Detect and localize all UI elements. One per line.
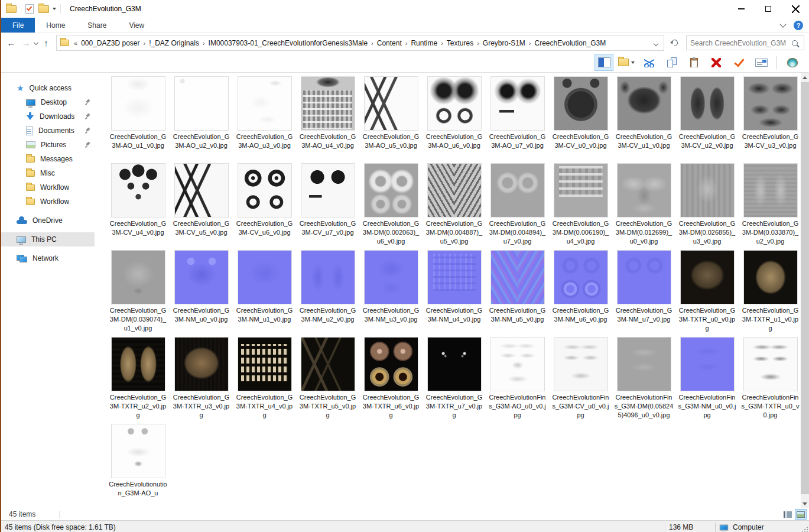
forward-button[interactable]: →: [20, 36, 33, 50]
file-item[interactable]: CreechEvolution_G3M-TXTR_u5_v0.jpg: [296, 338, 359, 424]
file-item[interactable]: CreechEvolution_G3M-NM_u2_v0.jpg: [296, 251, 359, 338]
file-item[interactable]: CreechEvolutionFins_G3M-CV_u0_v0.jpg: [549, 338, 612, 424]
tab-home[interactable]: Home: [35, 18, 76, 33]
sidebar-item-pictures[interactable]: Pictures: [1, 138, 95, 152]
recent-locations-dropdown-icon[interactable]: [34, 40, 38, 44]
file-item[interactable]: CreechEvolutionFins_G3M-AO_u0_v0.jpg: [486, 338, 549, 424]
file-item[interactable]: CreechEvolution_G3M-NM_u1_v0.jpg: [233, 251, 296, 338]
file-item[interactable]: CreechEvolution_G3M-CV_u6_v0.jpg: [233, 164, 296, 251]
tab-view[interactable]: View: [118, 18, 155, 33]
shell-button[interactable]: [783, 54, 802, 71]
minimize-button[interactable]: [727, 0, 755, 18]
sidebar-item-onedrive[interactable]: OneDrive: [1, 213, 95, 228]
file-item[interactable]: CreechEvolution_G3M-DM(0.033870)_u2_v0.j…: [739, 164, 802, 251]
file-item[interactable]: CreechEvolution_G3M-CV_u4_v0.jpg: [106, 164, 170, 251]
preview-pane-button[interactable]: [594, 54, 613, 71]
file-item[interactable]: CreechEvolution_G3M-CV_u7_v0.jpg: [296, 164, 359, 251]
file-item[interactable]: CreechEvolution_G3M-DM(0.004887)_u5_v0.j…: [423, 164, 486, 251]
details-view-button[interactable]: [782, 509, 794, 520]
sidebar-item-messages[interactable]: Messages: [1, 152, 95, 166]
ribbon-expand-icon[interactable]: [779, 21, 786, 27]
file-item[interactable]: CreechEvolution_G3M-CV_u2_v0.jpg: [675, 77, 739, 164]
vertical-scrollbar[interactable]: [801, 73, 809, 508]
sidebar-item-misc[interactable]: Misc: [1, 166, 95, 180]
file-item[interactable]: CreechEvolutionution_G3M-AO_u: [106, 424, 170, 508]
file-item[interactable]: CreechEvolution_G3M-DM(0.004894)_u7_v0.j…: [486, 164, 549, 251]
new-folder-qat-icon[interactable]: [38, 5, 49, 13]
breadcrumb-segment[interactable]: 000_DAZ3D poser: [78, 39, 142, 47]
file-item[interactable]: CreechEvolution_G3M-TXTR_u1_v0.jpg: [739, 251, 802, 338]
confirm-button[interactable]: [729, 54, 748, 71]
breadcrumb-segment[interactable]: IM00037903-01_CreechEvolutionforGenesis3…: [206, 39, 371, 47]
file-item[interactable]: CreechEvolution_G3M-AO_u6_v0.jpg: [423, 77, 486, 164]
file-item[interactable]: CreechEvolution_G3M-CV_u0_v0.jpg: [549, 77, 612, 164]
refresh-button[interactable]: [668, 36, 681, 50]
file-item[interactable]: CreechEvolution_G3M-AO_u2_v0.jpg: [170, 77, 233, 164]
paste-button[interactable]: [684, 54, 703, 71]
file-item[interactable]: CreechEvolutionFins_G3M-DM(0.058245)4096…: [612, 338, 675, 424]
search-input[interactable]: [687, 39, 792, 47]
file-item[interactable]: CreechEvolution_G3M-TXTR_u0_v0.jpg: [675, 251, 739, 338]
breadcrumb-segment[interactable]: !_DAZ Originals: [146, 39, 202, 47]
file-item[interactable]: CreechEvolution_G3M-TXTR_u2_v0.jpg: [106, 338, 170, 424]
address-dropdown-icon[interactable]: [654, 41, 658, 46]
breadcrumb-overflow-icon[interactable]: «: [73, 40, 78, 47]
file-item[interactable]: CreechEvolution_G3M-NM_u0_v0.jpg: [170, 251, 233, 338]
help-icon[interactable]: [794, 21, 803, 30]
file-item[interactable]: CreechEvolution_G3M-TXTR_u7_v0.jpg: [423, 338, 486, 424]
qat-customize-dropdown-icon[interactable]: [53, 8, 56, 10]
new-folder-button[interactable]: [617, 54, 636, 71]
breadcrumb-segment[interactable]: CreechEvolution_G3M: [532, 39, 609, 47]
file-item[interactable]: CreechEvolutionFins_G3M-NM_u0_v0.jpg: [675, 338, 739, 424]
file-item[interactable]: CreechEvolution_G3M-AO_u3_v0.jpg: [233, 77, 296, 164]
tab-share[interactable]: Share: [76, 18, 118, 33]
file-item[interactable]: CreechEvolution_G3M-DM(0.026855)_u3_v0.j…: [675, 164, 739, 251]
file-item[interactable]: CreechEvolution_G3M-TXTR_u4_v0.jpg: [233, 338, 296, 424]
thumbnail-view-button[interactable]: [795, 509, 807, 520]
maximize-button[interactable]: [755, 0, 782, 18]
file-item[interactable]: CreechEvolution_G3M-DM(0.039074)_u1_v0.j…: [106, 251, 170, 338]
resize-grip[interactable]: [801, 526, 808, 532]
file-item[interactable]: CreechEvolution_G3M-TXTR_u3_v0.jpg: [170, 338, 233, 424]
sidebar-item-this-pc[interactable]: This PC: [1, 232, 95, 246]
file-item[interactable]: CreechEvolution_G3M-NM_u3_v0.jpg: [359, 251, 423, 338]
file-item[interactable]: CreechEvolution_G3M-AO_u1_v0.jpg: [106, 77, 170, 164]
file-item[interactable]: CreechEvolution_G3M-CV_u5_v0.jpg: [170, 164, 233, 251]
sidebar-item-desktop[interactable]: Desktop: [1, 95, 95, 109]
scroll-up-button[interactable]: [801, 73, 809, 82]
sidebar-item-downloads[interactable]: Downloads: [1, 109, 95, 124]
address-bar[interactable]: «000_DAZ3D poser›!_DAZ Originals›IM00037…: [56, 35, 664, 51]
file-item[interactable]: CreechEvolution_G3M-NM_u4_v0.jpg: [423, 251, 486, 338]
breadcrumb-segment[interactable]: Greybro-S1M: [480, 39, 528, 47]
file-item[interactable]: CreechEvolution_G3M-DM(0.006190)_u4_v0.j…: [549, 164, 612, 251]
cut-button[interactable]: [639, 54, 658, 71]
back-button[interactable]: ←: [5, 36, 18, 50]
file-item[interactable]: CreechEvolution_G3M-DM(0.002063)_u6_v0.j…: [359, 164, 423, 251]
properties-qat-icon[interactable]: [25, 4, 34, 14]
file-item[interactable]: CreechEvolution_G3M-AO_u4_v0.jpg: [296, 77, 359, 164]
sidebar-item-workflow[interactable]: Workflow: [1, 180, 95, 194]
breadcrumb-segment[interactable]: Textures: [444, 39, 476, 47]
delete-button[interactable]: [707, 54, 726, 71]
sidebar-item-workflow[interactable]: Workflow: [1, 194, 95, 209]
sidebar-item-network[interactable]: Network: [1, 251, 95, 265]
file-item[interactable]: CreechEvolutionFins_G3M-TXTR_u0_v0.jpg: [739, 338, 802, 424]
sidebar-item-quick-access[interactable]: ★Quick access: [1, 81, 95, 95]
breadcrumb-segment[interactable]: Content: [374, 39, 405, 47]
close-button[interactable]: [782, 0, 809, 18]
file-item[interactable]: CreechEvolution_G3M-NM_u6_v0.jpg: [549, 251, 612, 338]
file-item[interactable]: CreechEvolution_G3M-NM_u7_v0.jpg: [612, 251, 675, 338]
rename-button[interactable]: [752, 54, 771, 71]
file-item[interactable]: CreechEvolution_G3M-AO_u5_v0.jpg: [359, 77, 423, 164]
sidebar-item-documents[interactable]: Documents: [1, 124, 95, 138]
breadcrumb-segment[interactable]: Runtime: [408, 39, 440, 47]
tab-file[interactable]: File: [1, 18, 35, 33]
file-item[interactable]: CreechEvolution_G3M-CV_u1_v0.jpg: [612, 77, 675, 164]
file-item[interactable]: CreechEvolution_G3M-AO_u7_v0.jpg: [486, 77, 549, 164]
file-item[interactable]: CreechEvolution_G3M-DM(0.012699)_u0_v0.j…: [612, 164, 675, 251]
file-item[interactable]: CreechEvolution_G3M-CV_u3_v0.jpg: [739, 77, 802, 164]
file-item[interactable]: CreechEvolution_G3M-TXTR_u6_v0.jpg: [359, 338, 423, 424]
copy-button[interactable]: [662, 54, 681, 71]
scrollbar-thumb[interactable]: [801, 82, 809, 494]
scroll-down-button[interactable]: [801, 499, 809, 508]
